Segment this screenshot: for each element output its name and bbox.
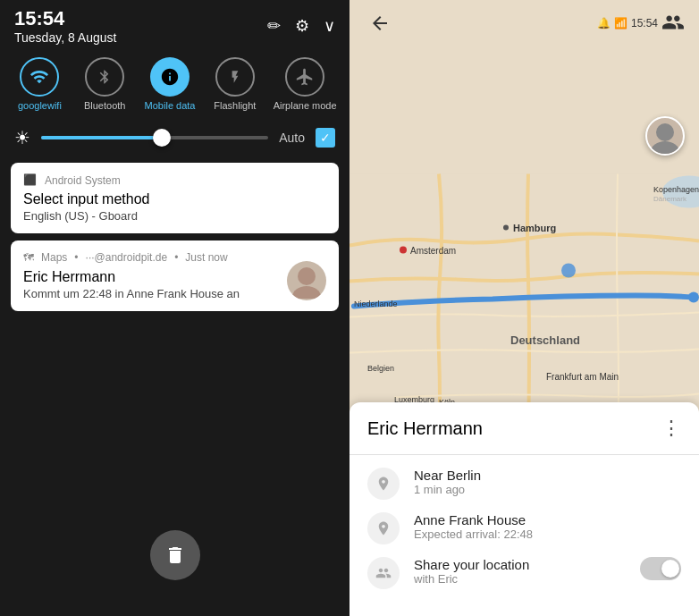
bluetooth-icon-circle xyxy=(85,57,124,97)
svg-point-1 xyxy=(292,286,321,299)
android-system-notification[interactable]: ⬛ Android System Select input method Eng… xyxy=(11,163,339,233)
qs-flashlight[interactable]: Flashlight xyxy=(208,57,262,111)
trash-icon xyxy=(164,544,186,566)
people-icon xyxy=(661,11,685,34)
notification-icon: 🔔 xyxy=(597,17,611,30)
airplane-icon-circle xyxy=(285,57,324,97)
svg-point-19 xyxy=(651,141,679,154)
toggle-track xyxy=(640,557,681,580)
maps-notif-title: Eric Herrmann xyxy=(23,269,326,285)
pin-icon xyxy=(375,520,392,536)
notif-header: ⬛ Android System xyxy=(23,173,326,188)
maps-notification[interactable]: 🗺 Maps • ···@androidpit.de • Just now Er… xyxy=(11,240,339,311)
menu-button[interactable]: ⋮ xyxy=(661,417,681,440)
svg-text:Amsterdam: Amsterdam xyxy=(410,246,456,256)
location-text: Near Berlin 1 min ago xyxy=(414,468,681,496)
airplane-label: Airplane mode xyxy=(274,100,337,111)
location-title: Near Berlin xyxy=(414,468,681,483)
destination-title: Anne Frank House xyxy=(414,512,681,527)
expand-icon[interactable]: ∨ xyxy=(324,16,335,36)
svg-text:Deutschland: Deutschland xyxy=(510,333,580,347)
app-name-maps: Maps xyxy=(41,251,67,264)
airplane-icon xyxy=(295,67,315,87)
brightness-icon: ☀ xyxy=(14,127,30,148)
share-text: Share your location with Eric xyxy=(414,557,626,586)
notif-title: Select input method xyxy=(23,191,326,207)
profile-bubble-map xyxy=(645,116,685,156)
edit-icon[interactable]: ✏ xyxy=(267,16,281,36)
mobile-data-label: Mobile data xyxy=(145,100,196,111)
svg-text:Niederlande: Niederlande xyxy=(354,300,398,308)
status-bar: 15:54 Tuesday, 8 August ✏ ⚙ ∨ xyxy=(0,0,350,48)
signal-icon: 📶 xyxy=(614,17,627,30)
auto-checkbox[interactable]: ✓ xyxy=(316,128,335,148)
maps-panel: 🔔 📶 15:54 xyxy=(350,0,699,616)
avatar-svg xyxy=(289,263,324,299)
time-display: 15:54 xyxy=(14,7,116,30)
svg-text:Dänemark: Dänemark xyxy=(653,195,687,203)
mobile-data-icon-circle xyxy=(150,57,189,97)
status-icons: ✏ ⚙ ∨ xyxy=(267,16,335,36)
svg-point-6 xyxy=(688,292,699,303)
svg-point-17 xyxy=(561,264,576,278)
flashlight-icon-circle xyxy=(215,57,255,97)
people-button[interactable] xyxy=(661,11,685,37)
qs-airplane[interactable]: Airplane mode xyxy=(274,57,337,111)
svg-point-4 xyxy=(400,247,407,254)
back-button[interactable] xyxy=(364,7,396,39)
destination-row: Anne Frank House Expected arrival: 22:48 xyxy=(367,512,681,544)
time-right: 15:54 xyxy=(631,17,658,30)
location-row: Near Berlin 1 min ago xyxy=(367,468,681,500)
svg-point-18 xyxy=(656,123,674,141)
location-sub: 1 min ago xyxy=(414,483,681,496)
auto-label: Auto xyxy=(279,131,305,145)
share-row: Share your location with Eric xyxy=(367,557,681,589)
profile-avatar-map xyxy=(647,118,683,154)
divider xyxy=(350,454,699,455)
delete-all-button[interactable] xyxy=(150,530,200,580)
dot-separator2: • xyxy=(174,251,178,264)
qs-bluetooth[interactable]: Bluetooth xyxy=(78,57,131,111)
settings-icon[interactable]: ⚙ xyxy=(295,16,309,36)
date-display: Tuesday, 8 August xyxy=(14,30,116,45)
wifi-icon xyxy=(29,67,49,87)
svg-text:Hamburg: Hamburg xyxy=(513,223,556,233)
toggle-thumb xyxy=(661,560,679,578)
destination-icon xyxy=(367,512,400,544)
destination-sub: Expected arrival: 22:48 xyxy=(414,527,681,541)
android-icon: ⬛ xyxy=(23,173,38,188)
flashlight-label: Flashlight xyxy=(214,100,256,111)
destination-text: Anne Frank House Expected arrival: 22:48 xyxy=(414,512,681,541)
map-status-right: 🔔 📶 15:54 xyxy=(597,11,685,37)
brightness-thumb[interactable] xyxy=(153,129,171,147)
info-card: Eric Herrmann ⋮ Near Berlin 1 min ago xyxy=(350,402,699,616)
mobile-data-icon xyxy=(160,67,180,87)
flashlight-icon xyxy=(228,67,242,87)
wifi-icon-circle xyxy=(20,57,59,97)
svg-point-0 xyxy=(298,267,316,285)
maps-notif-meta: 🗺 Maps • ···@androidpit.de • Just now xyxy=(23,251,326,264)
bluetooth-label: Bluetooth xyxy=(84,100,125,111)
notification-panel: 15:54 Tuesday, 8 August ✏ ⚙ ∨ googlewifi xyxy=(0,0,350,616)
brightness-row: ☀ Auto ✓ xyxy=(0,120,350,156)
svg-text:Frankfurt am Main: Frankfurt am Main xyxy=(546,372,619,382)
back-arrow-icon xyxy=(369,13,391,34)
wifi-label: googlewifi xyxy=(18,100,62,111)
sender-email: ···@androidpit.de xyxy=(86,251,168,264)
notif-time: Just now xyxy=(185,251,227,264)
contact-name: Eric Herrmann xyxy=(367,418,483,439)
map-topbar: 🔔 📶 15:54 xyxy=(350,0,699,46)
person-icon xyxy=(375,476,392,492)
qs-wifi[interactable]: googlewifi xyxy=(13,57,66,111)
share-title: Share your location xyxy=(414,557,626,572)
share-person-icon xyxy=(375,565,392,581)
qs-mobile-data[interactable]: Mobile data xyxy=(143,57,197,111)
share-toggle[interactable] xyxy=(640,557,681,580)
svg-point-7 xyxy=(503,225,509,231)
contact-avatar xyxy=(287,261,326,300)
svg-text:Kopenhagen: Kopenhagen xyxy=(653,185,699,194)
maps-notif-body: Kommt um 22:48 in Anne Frank House an xyxy=(23,287,326,300)
dot-separator: • xyxy=(74,251,78,264)
notif-body: English (US) - Gboard xyxy=(23,209,326,223)
brightness-slider[interactable] xyxy=(41,129,268,147)
